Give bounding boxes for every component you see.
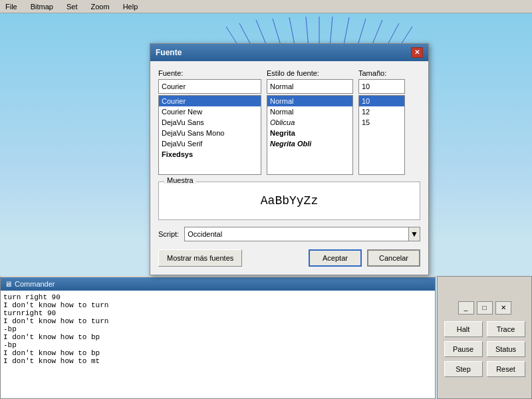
commander-line: I don't know how to bp bbox=[3, 333, 432, 341]
commander-line: turnright 90 bbox=[3, 309, 432, 317]
pause-status-row: Pause Status bbox=[444, 341, 525, 357]
menubar: File Bitmap Set Zoom Help bbox=[0, 0, 532, 13]
commander-window: 🖥 Commander turn right 90I don't know ho… bbox=[0, 276, 436, 399]
sample-text: AaBbYyZz bbox=[164, 188, 414, 214]
status-button[interactable]: Status bbox=[487, 341, 525, 357]
commander-line: turn right 90 bbox=[3, 293, 432, 301]
style-list-item[interactable]: Normal bbox=[267, 106, 352, 117]
script-label: Script: bbox=[158, 230, 179, 238]
halt-button[interactable]: Halt bbox=[444, 321, 483, 337]
commander-line: I don't know how to bp bbox=[3, 349, 432, 357]
menu-set[interactable]: Set bbox=[64, 3, 80, 11]
size-list-item[interactable]: 15 bbox=[359, 117, 404, 128]
show-more-fonts-button[interactable]: Mostrar más fuentes bbox=[158, 249, 242, 267]
commander-line: -bp bbox=[3, 325, 432, 333]
step-reset-row: Step Reset bbox=[444, 361, 525, 377]
sample-label: Muestra bbox=[164, 176, 196, 184]
font-size-list[interactable]: 101215 bbox=[358, 95, 405, 175]
font-list-item[interactable]: Courier New bbox=[159, 106, 261, 117]
style-list-item[interactable]: Oblicua bbox=[267, 117, 352, 128]
menu-help[interactable]: Help bbox=[120, 3, 141, 11]
font-name-input[interactable] bbox=[158, 79, 261, 94]
script-section: Script: ▼ bbox=[158, 227, 420, 241]
style-list-item[interactable]: Normal bbox=[267, 96, 352, 106]
ok-button[interactable]: Aceptar bbox=[309, 249, 362, 267]
font-dialog-titlebar: Fuente ✕ bbox=[150, 44, 428, 61]
font-list-item[interactable]: DejaVu Sans bbox=[159, 117, 261, 128]
font-size-label: Tamaño: bbox=[358, 69, 405, 77]
font-dialog[interactable]: Fuente ✕ Fuente: CourierCourier NewDejaV… bbox=[150, 43, 429, 275]
font-size-input[interactable] bbox=[358, 79, 405, 94]
commander-title: Commander bbox=[15, 280, 55, 288]
dialog-footer: Mostrar más fuentes Aceptar Cancelar bbox=[158, 249, 420, 267]
font-list-item[interactable]: DejaVu Sans Mono bbox=[159, 128, 261, 138]
style-list-item[interactable]: Negrita bbox=[267, 128, 352, 138]
sample-section: Muestra AaBbYyZz bbox=[158, 182, 420, 220]
script-input[interactable] bbox=[184, 227, 408, 241]
commander-line: -bp bbox=[3, 341, 432, 349]
side-buttons-panel: _ □ ✕ Halt Trace Pause Status Step Reset bbox=[437, 276, 532, 399]
font-style-input[interactable] bbox=[267, 79, 353, 94]
commander-line: I don't know how to mt bbox=[3, 357, 432, 365]
font-list-item[interactable]: Fixedsys bbox=[159, 149, 261, 160]
font-dialog-close-button[interactable]: ✕ bbox=[411, 47, 423, 58]
win-controls: _ □ ✕ bbox=[456, 299, 514, 317]
font-size-column: Tamaño: 101215 bbox=[358, 69, 405, 175]
font-dialog-title: Fuente bbox=[156, 48, 182, 57]
menu-zoom[interactable]: Zoom bbox=[88, 3, 112, 11]
script-dropdown-arrow-icon[interactable]: ▼ bbox=[408, 227, 420, 241]
font-name-column: Fuente: CourierCourier NewDejaVu SansDej… bbox=[158, 69, 261, 175]
close-window-button[interactable]: ✕ bbox=[495, 301, 511, 315]
trace-button[interactable]: Trace bbox=[487, 321, 525, 337]
commander-line: I don't know how to turn bbox=[3, 301, 432, 309]
font-name-label: Fuente: bbox=[158, 69, 261, 77]
font-columns: Fuente: CourierCourier NewDejaVu SansDej… bbox=[158, 69, 420, 175]
font-style-list[interactable]: NormalNormalOblicuaNegritaNegrita Obli bbox=[267, 95, 353, 175]
font-style-label: Estilo de fuente: bbox=[267, 69, 353, 77]
style-list-item[interactable]: Negrita Obli bbox=[267, 138, 352, 149]
halt-trace-row: Halt Trace bbox=[444, 321, 525, 337]
script-combo: ▼ bbox=[184, 227, 420, 241]
font-list-item[interactable]: Courier bbox=[159, 96, 261, 106]
minimize-button[interactable]: _ bbox=[458, 301, 474, 315]
commander-win-icon: 🖥 bbox=[5, 280, 12, 288]
menu-bitmap[interactable]: Bitmap bbox=[28, 3, 56, 11]
maximize-button[interactable]: □ bbox=[477, 301, 493, 315]
ok-cancel-buttons: Aceptar Cancelar bbox=[309, 249, 420, 267]
size-list-item[interactable]: 10 bbox=[359, 96, 404, 106]
menu-file[interactable]: File bbox=[3, 3, 20, 11]
commander-line: I don't know how to turn bbox=[3, 317, 432, 325]
pause-button[interactable]: Pause bbox=[444, 341, 483, 357]
reset-button[interactable]: Reset bbox=[487, 361, 525, 377]
commander-body[interactable]: turn right 90I don't know how to turntur… bbox=[1, 291, 435, 398]
step-button[interactable]: Step bbox=[444, 361, 483, 377]
cancel-button[interactable]: Cancelar bbox=[367, 249, 420, 267]
font-dialog-body: Fuente: CourierCourier NewDejaVu SansDej… bbox=[150, 61, 428, 275]
font-style-column: Estilo de fuente: NormalNormalOblicuaNeg… bbox=[267, 69, 353, 175]
font-list-item[interactable]: DejaVu Serif bbox=[159, 138, 261, 149]
commander-titlebar: 🖥 Commander bbox=[1, 277, 435, 291]
size-list-item[interactable]: 12 bbox=[359, 106, 404, 117]
font-name-list[interactable]: CourierCourier NewDejaVu SansDejaVu Sans… bbox=[158, 95, 261, 175]
